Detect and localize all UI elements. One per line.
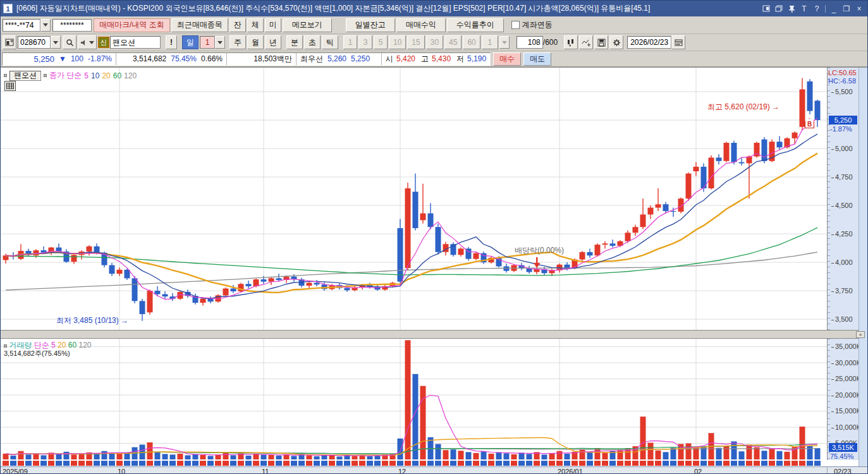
symbol-label[interactable]: 팬오션: [9, 71, 41, 81]
account-link-checkbox[interactable]: [511, 21, 520, 29]
best-quote-label: 최우선: [300, 54, 323, 64]
help-icon[interactable]: ?: [812, 4, 821, 13]
day-count-dropdown[interactable]: [215, 36, 225, 49]
low-annotation: 최저 3,485 (10/13) →: [56, 315, 128, 326]
trade-mark: [351, 461, 358, 466]
price-chart-canvas[interactable]: [1, 68, 827, 330]
legend-toggle-icon[interactable]: [44, 74, 47, 77]
sound-alert-icon[interactable]: [78, 35, 97, 49]
unfilled-button[interactable]: 미: [265, 18, 281, 32]
period-minute-button[interactable]: 분: [286, 35, 303, 49]
bar-max-label: /600: [543, 38, 558, 47]
profit-rate-trend-button[interactable]: 수익률추이: [447, 18, 504, 32]
volume-tick-label: 35,000K: [831, 343, 861, 350]
arrow-right-icon: →: [121, 316, 128, 325]
maximize-icon[interactable]: ❐: [842, 4, 851, 13]
volume-axis[interactable]: 5,000K10,000K15,000K20,000K25,000K30,000…: [827, 339, 859, 460]
duplicate-window-icon[interactable]: [774, 4, 783, 13]
day-count-value[interactable]: 1: [200, 36, 215, 49]
trade-mark: [10, 461, 16, 466]
stock-code-input[interactable]: 028670: [18, 36, 51, 49]
candle: [307, 283, 312, 286]
candle: [731, 143, 737, 162]
date-axis[interactable]: 2025/091011122026/010202/23: [1, 466, 868, 474]
trade-mark: [799, 461, 805, 466]
candle: [807, 82, 813, 111]
candle: [815, 100, 821, 120]
stock-code-dropdown[interactable]: [51, 36, 61, 49]
volume-bar: [769, 449, 775, 459]
trade-mark: [784, 461, 790, 466]
chart-date-field[interactable]: 2026/02/23: [627, 36, 671, 49]
dock-window-icon[interactable]: [762, 4, 771, 13]
pin-icon[interactable]: [787, 4, 796, 13]
candle: [223, 289, 229, 296]
current-volume-text: 3,514,682주(75.45%): [4, 349, 70, 358]
volume-tick-label: 15,000K: [831, 407, 861, 415]
sell-button[interactable]: 매도: [523, 52, 551, 66]
account-password-field[interactable]: ********: [52, 19, 92, 32]
pane-splitter[interactable]: [1, 330, 868, 339]
volume-bar: [671, 448, 676, 459]
period-day-button[interactable]: 일: [182, 35, 199, 49]
trade-mark: [223, 461, 229, 466]
candle: [716, 157, 722, 161]
search-icon[interactable]: [63, 35, 76, 49]
trade-mark: [101, 461, 107, 466]
calendar-icon[interactable]: [671, 35, 685, 49]
period-tick-button[interactable]: 틱: [322, 35, 338, 49]
flip-chart-icon[interactable]: [3, 35, 16, 49]
legend-toggle-icon[interactable]: [4, 344, 7, 348]
line-add-icon[interactable]: [579, 35, 593, 49]
trade-mark: [511, 461, 517, 466]
recent-traded-items-button[interactable]: 최근매매종목: [171, 18, 228, 32]
trade-mark: [435, 461, 441, 466]
candle: [140, 301, 145, 314]
trade-mark: [723, 461, 730, 466]
settings-gear-icon[interactable]: [609, 35, 623, 49]
price-axis[interactable]: 3,5003,7504,0004,2504,5004,7505,0005,500: [827, 68, 859, 330]
volume-chart-canvas[interactable]: [1, 339, 827, 460]
current-price-percent: -1.87%: [830, 125, 852, 133]
account-dropdown-button[interactable]: [40, 19, 51, 32]
period-second-button[interactable]: 초: [304, 35, 321, 49]
trade-mark: [306, 461, 312, 466]
candle: [724, 143, 730, 161]
close-icon[interactable]: ×: [855, 4, 864, 13]
trade-mark: [260, 461, 267, 466]
volume-bar: [34, 454, 39, 459]
account-select-value[interactable]: ****-**74: [3, 19, 40, 32]
candle: [709, 157, 714, 188]
period-week-button[interactable]: 주: [229, 35, 246, 49]
volume-bar: [724, 446, 730, 459]
arrow-right-icon: →: [772, 102, 779, 111]
grid-tool-icon[interactable]: [4, 81, 16, 91]
text-tool-icon[interactable]: T: [800, 4, 809, 13]
trade-mark-inquiry-button[interactable]: 매매마크/내역 조회: [94, 18, 170, 32]
bar-count-input[interactable]: 108: [517, 36, 543, 49]
volume-bar: [815, 448, 821, 459]
volume-bar: [314, 456, 320, 459]
price-tick-label: 4,000: [831, 258, 853, 266]
right-scrollbar[interactable]: [859, 68, 868, 474]
alert-button[interactable]: !: [166, 35, 177, 49]
legend-toggle-icon[interactable]: [4, 74, 7, 77]
filled-button[interactable]: 체: [247, 18, 264, 32]
buy-button[interactable]: 매수: [493, 52, 521, 66]
trade-mark: [25, 461, 32, 466]
title-bar[interactable]: 1 [0606] 자동일지차트(매매내역) - KOSPI200 외국인보유[8…: [1, 1, 868, 16]
candle-shift-icon[interactable]: [564, 35, 578, 49]
memo-view-button[interactable]: 메모보기: [283, 18, 332, 32]
period-month-button[interactable]: 월: [247, 35, 264, 49]
window-title: [0606] 자동일지차트(매매내역) - KOSPI200 외국인보유[83,…: [16, 3, 650, 14]
stock-name-field[interactable]: 팬오션: [110, 36, 161, 49]
trade-mark: [663, 461, 669, 466]
volume-bar: [71, 454, 77, 459]
trade-profit-button[interactable]: 매매수익: [396, 18, 446, 32]
pane-close-icon[interactable]: ×: [856, 331, 865, 338]
save-icon[interactable]: [594, 35, 608, 49]
balance-button[interactable]: 잔: [229, 18, 246, 32]
daily-balance-button[interactable]: 일별잔고: [346, 18, 395, 32]
period-year-button[interactable]: 년: [265, 35, 281, 49]
minimize-icon[interactable]: _: [829, 4, 838, 13]
